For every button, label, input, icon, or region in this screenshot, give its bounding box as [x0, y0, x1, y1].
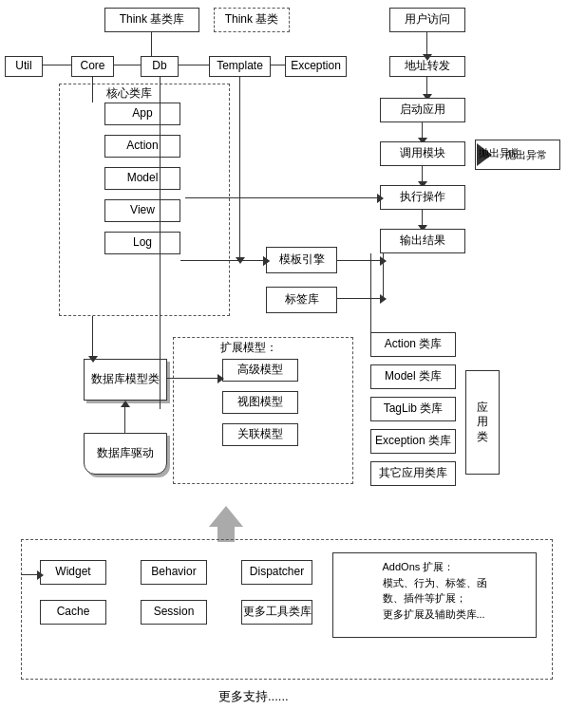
app-class-box: 应 用 类 [465, 370, 500, 475]
relation-model-box: 关联模型 [222, 423, 298, 446]
arrow-dbmodel-extend [167, 378, 220, 379]
line-core-in [92, 84, 93, 103]
app-label: App [132, 106, 152, 121]
more-support-label: 更多支持...... [218, 688, 289, 705]
log-box: Log [104, 232, 180, 254]
exception-label: Exception [291, 59, 341, 74]
view-box: View [104, 199, 180, 222]
cache-label: Cache [57, 605, 90, 620]
start-app-label: 启动应用 [400, 103, 445, 118]
arrowhead-view-exec [377, 194, 384, 203]
db-driver-box: 数据库驱动 [84, 433, 167, 475]
taglib-lib-box: TagLib 类库 [370, 397, 456, 421]
call-module-label: 调用模块 [400, 146, 445, 161]
widget-box: Widget [40, 560, 106, 585]
action-lib-box: Action 类库 [370, 332, 456, 357]
start-app-box: 启动应用 [380, 98, 465, 122]
arrow-core-dbmodel-v [92, 316, 93, 358]
line-action-lib [370, 332, 373, 333]
output-result-box: 输出结果 [380, 229, 465, 253]
arrow-user-down [426, 32, 427, 56]
dispatcher-box: Dispatcher [241, 560, 312, 585]
template-box: Template [209, 56, 271, 77]
template-engine-box: 模板引擎 [266, 247, 337, 273]
line-te-h [239, 260, 266, 261]
db-model-class-label: 数据库模型类 [91, 372, 160, 387]
relation-model-label: 关联模型 [237, 427, 283, 442]
other-app-lib-box: 其它应用类库 [370, 461, 456, 486]
action-label: Action [126, 139, 158, 154]
arrow-te-right-h [337, 260, 383, 261]
action-lib-label: Action 类库 [385, 337, 443, 352]
user-access-box: 用户访问 [389, 8, 465, 32]
behavior-box: Behavior [141, 560, 207, 585]
template-engine-label: 模板引擎 [279, 252, 325, 268]
advanced-model-label: 高级模型 [237, 363, 283, 378]
think-base-label: Think 基类 [225, 12, 279, 28]
core-libs-title: 核心类库 [106, 85, 152, 102]
tag-lib-label: 标签库 [285, 292, 319, 308]
action-box: Action [104, 135, 180, 158]
think-base-box: Think 基类 [214, 8, 290, 32]
arrow-think-down [151, 32, 152, 59]
exception-box: Exception [285, 56, 347, 77]
line-db-long [160, 77, 161, 409]
core-label: Core [80, 59, 104, 74]
call-module-box: 调用模块 [380, 141, 465, 166]
arrowhead-user-down [423, 54, 432, 61]
template-label: Template [217, 59, 263, 74]
db-model-class-box: 数据库模型类 [84, 359, 167, 401]
model-box: Model [104, 167, 180, 190]
arrowhead-core-dbmodel [88, 356, 98, 363]
arrowhead-dbmodel-extend [217, 374, 224, 383]
advanced-model-box: 高级模型 [222, 359, 298, 382]
user-access-label: 用户访问 [405, 12, 450, 28]
arrowhead-bottom-left [37, 570, 44, 580]
line-right-v [370, 253, 371, 332]
model-label: Model [127, 171, 159, 186]
more-tools-label: 更多工具类库 [243, 605, 312, 620]
util-label: Util [15, 59, 31, 74]
throw-exception-box: 抛出异常 [475, 140, 560, 170]
db-driver-label: 数据库驱动 [97, 446, 154, 461]
util-box: Util [5, 56, 43, 77]
exception-lib-box: Exception 类库 [370, 429, 456, 454]
behavior-label: Behavior [151, 565, 196, 580]
db-label: Db [152, 59, 166, 74]
session-label: Session [154, 605, 195, 620]
more-tools-box: 更多工具类库 [241, 600, 312, 625]
arrowhead-te-right [380, 256, 387, 266]
addons-box: AddOns 扩展： 模式、行为、标签、函 数、插件等扩展； 更多扩展及辅助类库… [332, 552, 537, 638]
exception-lib-label: Exception 类库 [375, 434, 451, 449]
app-class-label: 应 用 类 [477, 401, 488, 445]
arrowhead-dbdriver-up [121, 401, 130, 407]
core-box: Core [71, 56, 114, 77]
view-model-label: 视图模型 [237, 395, 283, 410]
dispatcher-label: Dispatcher [250, 565, 304, 580]
extend-model-title: 扩展模型： [220, 340, 277, 356]
exec-action-label: 执行操作 [400, 190, 445, 205]
model-lib-label: Model 类库 [385, 369, 442, 384]
session-box: Session [141, 600, 207, 625]
arrow-view-exec-h [185, 197, 380, 198]
log-label: Log [133, 235, 152, 251]
tag-lib-box: 标签库 [266, 287, 337, 313]
think-base-lib-label: Think 基类库 [120, 12, 185, 28]
address-forward-label: 地址转发 [405, 59, 450, 74]
think-base-lib-box: Think 基类库 [104, 8, 199, 32]
other-app-lib-label: 其它应用类库 [379, 466, 447, 481]
app-box: App [104, 103, 180, 125]
view-model-box: 视图模型 [222, 391, 298, 414]
db-box: Db [141, 56, 179, 77]
diagram: Think 基类库 Think 基类 用户访问 Util Core Db Tem… [0, 0, 567, 728]
model-lib-box: Model 类库 [370, 364, 456, 389]
arrow-addr-down [426, 77, 427, 96]
widget-label: Widget [55, 565, 90, 580]
arrowhead-te [263, 256, 270, 266]
cache-box: Cache [40, 600, 106, 625]
exec-action-box: 执行操作 [380, 185, 465, 210]
arrow-tag-out-h [337, 298, 383, 299]
output-result-label: 输出结果 [400, 233, 445, 249]
addons-label: AddOns 扩展： 模式、行为、标签、函 数、插件等扩展； 更多扩展及辅助类库… [383, 559, 487, 622]
taglib-lib-label: TagLib 类库 [384, 401, 444, 417]
